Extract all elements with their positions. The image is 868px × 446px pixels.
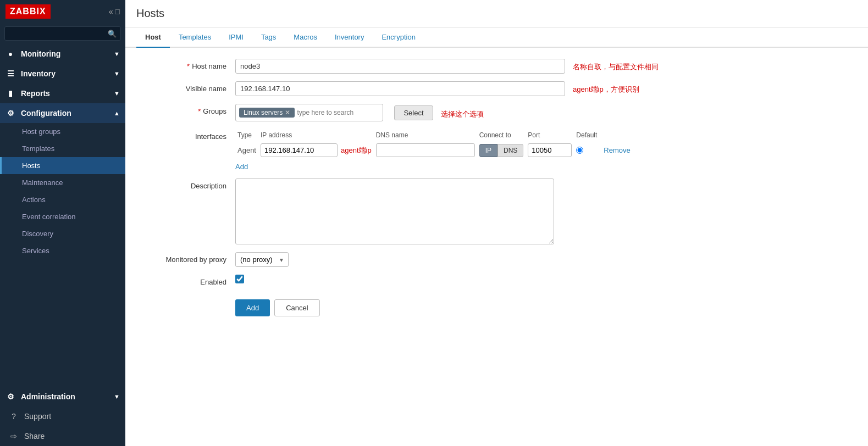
chevron-reports-icon: ▼ xyxy=(114,90,120,97)
enabled-checkbox[interactable] xyxy=(235,275,244,283)
barchart-icon: ▮ xyxy=(5,89,15,98)
tab-encryption[interactable]: Encryption xyxy=(373,27,424,48)
sidebar-item-actions[interactable]: Actions xyxy=(0,191,125,208)
visible-name-input[interactable] xyxy=(235,81,565,96)
sidebar-item-administration[interactable]: ⚙ Administration ▼ xyxy=(0,387,125,406)
cancel-button[interactable]: Cancel xyxy=(274,299,319,316)
sidebar-item-hosts[interactable]: Hosts xyxy=(0,157,125,174)
proxy-label: Monitored by proxy xyxy=(136,252,235,264)
question-icon: ? xyxy=(9,412,19,421)
interface-remove-cell: Add Remove xyxy=(601,141,632,159)
description-textarea[interactable] xyxy=(235,179,554,244)
interface-type: Agent xyxy=(235,141,258,159)
gear-icon: ⚙ xyxy=(5,392,15,401)
col-action xyxy=(601,129,632,141)
sidebar-item-administration-label: Administration xyxy=(21,392,75,401)
interface-port-cell xyxy=(526,141,574,159)
zabbix-logo: ZABBIX xyxy=(5,4,51,19)
sidebar-item-services[interactable]: Services xyxy=(0,242,125,259)
add-button[interactable]: Add xyxy=(235,299,270,316)
col-default: Default xyxy=(574,129,601,141)
interface-port-input[interactable] xyxy=(528,143,572,157)
tab-inventory[interactable]: Inventory xyxy=(326,27,373,48)
interface-ip-input[interactable] xyxy=(261,143,338,157)
groups-select-button[interactable]: Select xyxy=(394,105,433,120)
col-connect: Connect to xyxy=(477,129,526,141)
proxy-select[interactable]: (no proxy) xyxy=(235,252,289,267)
groups-input-wrap[interactable]: Linux servers ✕ xyxy=(235,104,383,121)
expand-icon[interactable]: □ xyxy=(115,7,120,16)
interfaces-row: Interfaces Type IP address DNS name Conn… xyxy=(125,129,868,171)
connect-dns-button[interactable]: DNS xyxy=(497,144,523,157)
page-title: Hosts xyxy=(136,7,164,20)
visible-name-hint: agent端ip，方便识别 xyxy=(573,81,639,94)
sidebar-item-reports[interactable]: ▮ Reports ▼ xyxy=(0,83,125,103)
proxy-select-wrap: (no proxy) xyxy=(235,252,289,267)
sidebar-search-input[interactable] xyxy=(4,26,121,41)
interface-row: Agent agent端ip xyxy=(235,141,633,159)
chevron-admin-icon: ▼ xyxy=(114,393,120,400)
connect-buttons: IP DNS xyxy=(479,144,524,157)
wrench-icon: ⚙ xyxy=(5,109,15,118)
enabled-row: Enabled xyxy=(125,275,868,286)
sidebar-item-share[interactable]: ⇨ Share xyxy=(0,426,125,446)
enabled-checkbox-wrap xyxy=(235,275,244,285)
sidebar-header: ZABBIX « □ xyxy=(0,0,125,23)
visible-name-label: Visible name xyxy=(136,81,235,93)
interface-remove-link-visible[interactable]: Remove xyxy=(604,146,630,154)
sidebar-item-inventory[interactable]: ☰ Inventory ▼ xyxy=(0,64,125,83)
interface-default-cell xyxy=(574,141,601,159)
group-tag-linux-servers: Linux servers ✕ xyxy=(239,108,295,118)
group-search-input[interactable] xyxy=(297,109,379,116)
description-label: Description xyxy=(136,179,235,190)
enabled-label: Enabled xyxy=(136,275,235,286)
interface-ip-cell: agent端ip xyxy=(258,141,374,159)
sidebar-search-area: 🔍 xyxy=(0,23,125,44)
col-dns: DNS name xyxy=(374,129,477,141)
collapse-icon[interactable]: « xyxy=(109,7,113,16)
share-icon: ⇨ xyxy=(9,432,19,441)
sidebar-item-inventory-label: Inventory xyxy=(21,69,56,78)
sidebar-collapse-controls[interactable]: « □ xyxy=(109,7,120,16)
eye-icon: ● xyxy=(5,49,15,58)
tab-ipmi[interactable]: IPMI xyxy=(220,27,252,48)
interface-dns-input[interactable] xyxy=(376,143,475,157)
sidebar-item-support-label: Support xyxy=(24,412,51,421)
sidebar-item-monitoring-label: Monitoring xyxy=(21,49,60,58)
group-tag-remove[interactable]: ✕ xyxy=(285,109,290,116)
chevron-config-icon: ▲ xyxy=(114,110,120,116)
default-radio[interactable] xyxy=(576,147,583,154)
connect-ip-button[interactable]: IP xyxy=(479,144,497,157)
col-port: Port xyxy=(526,129,574,141)
group-tag-label: Linux servers xyxy=(244,109,283,116)
sidebar-item-reports-label: Reports xyxy=(21,89,50,98)
tab-tags[interactable]: Tags xyxy=(252,27,285,48)
sidebar-item-host-groups[interactable]: Host groups xyxy=(0,123,125,140)
host-name-input[interactable] xyxy=(235,59,565,74)
sidebar-item-support[interactable]: ? Support xyxy=(0,406,125,426)
description-row: Description xyxy=(125,179,868,244)
groups-required-star: * xyxy=(198,107,201,115)
host-name-input-wrap xyxy=(235,59,565,74)
interfaces-table: Type IP address DNS name Connect to Port… xyxy=(235,129,633,159)
groups-label: *Groups xyxy=(136,104,235,115)
sidebar-item-templates[interactable]: Templates xyxy=(0,140,125,157)
groups-row: *Groups Linux servers ✕ Select 选择这个选项 xyxy=(125,104,868,121)
tab-bar: Host Templates IPMI Tags Macros Inventor… xyxy=(125,27,868,48)
tab-templates[interactable]: Templates xyxy=(170,27,220,48)
col-ip: IP address xyxy=(258,129,374,141)
tab-host[interactable]: Host xyxy=(136,27,170,48)
sidebar-item-event-correlation[interactable]: Event correlation xyxy=(0,208,125,225)
visible-name-input-wrap xyxy=(235,81,565,96)
list-icon: ☰ xyxy=(5,69,15,78)
add-interface-link[interactable]: Add xyxy=(235,163,248,171)
topbar: Hosts xyxy=(125,0,868,27)
chevron-icon: ▼ xyxy=(114,51,120,57)
sidebar-item-configuration[interactable]: ⚙ Configuration ▲ xyxy=(0,103,125,123)
tab-macros[interactable]: Macros xyxy=(285,27,326,48)
groups-hint: 选择这个选项 xyxy=(441,106,484,119)
sidebar-item-maintenance[interactable]: Maintenance xyxy=(0,174,125,191)
sidebar-item-monitoring[interactable]: ● Monitoring ▼ xyxy=(0,44,125,64)
sidebar-item-discovery[interactable]: Discovery xyxy=(0,225,125,242)
visible-name-row: Visible name agent端ip，方便识别 xyxy=(125,81,868,96)
